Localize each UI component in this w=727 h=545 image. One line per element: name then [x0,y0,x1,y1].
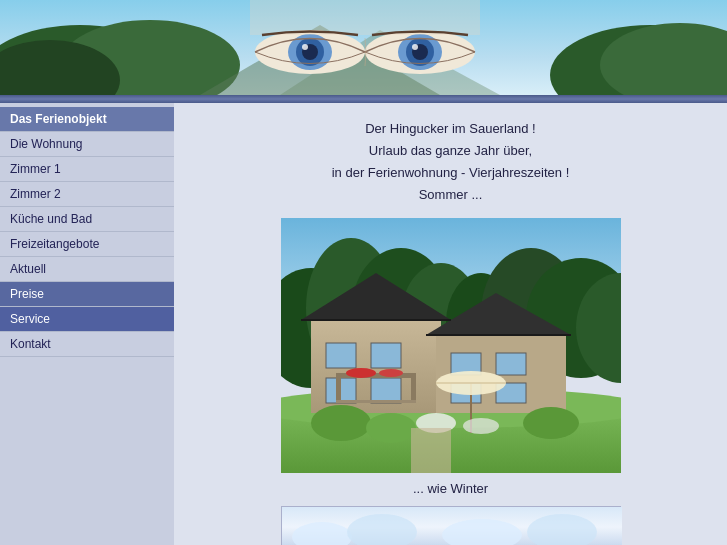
sidebar-item-freizeitangebote[interactable]: Freizeitangebote [0,232,174,257]
winter-strip-svg [282,507,622,545]
header-svg [0,0,727,95]
svg-rect-47 [496,353,526,375]
header-divider [0,95,727,103]
svg-rect-42 [411,373,416,403]
house-image [281,218,621,473]
svg-rect-43 [336,400,416,403]
svg-rect-37 [371,343,401,368]
sidebar-item-zimmer-1[interactable]: Zimmer 1 [0,157,174,182]
svg-point-44 [346,368,376,378]
house-photo-svg [281,218,621,473]
sidebar-item-zimmer-2[interactable]: Zimmer 2 [0,182,174,207]
svg-point-55 [523,407,579,439]
photo-caption: ... wie Winter [413,481,488,496]
svg-point-54 [366,413,416,443]
sidebar-item-aktuell[interactable]: Aktuell [0,257,174,282]
svg-point-57 [463,418,499,434]
sidebar: Das Ferienobjekt Die Wohnung Zimmer 1 Zi… [0,103,174,545]
svg-point-45 [379,369,403,377]
svg-rect-58 [411,428,451,473]
svg-rect-41 [336,373,341,403]
sidebar-item-kontakt[interactable]: Kontakt [0,332,174,357]
content-area: Der Hingucker im Sauerland ! Urlaub das … [174,103,727,545]
intro-text: Der Hingucker im Sauerland ! Urlaub das … [332,118,570,206]
sidebar-item-kueche-und-bad[interactable]: Küche und Bad [0,207,174,232]
svg-point-53 [311,405,371,441]
svg-rect-18 [250,0,480,35]
svg-point-17 [412,44,418,50]
sidebar-item-die-wohnung[interactable]: Die Wohnung [0,132,174,157]
header-banner [0,0,727,95]
svg-rect-39 [371,378,401,403]
sidebar-item-das-ferienobjekt[interactable]: Das Ferienobjekt [0,107,174,132]
svg-point-12 [302,44,308,50]
svg-rect-36 [326,343,356,368]
winter-image-strip [281,506,621,545]
main-layout: Das Ferienobjekt Die Wohnung Zimmer 1 Zi… [0,103,727,545]
sidebar-item-preise[interactable]: Preise [0,282,174,307]
sidebar-item-service[interactable]: Service [0,307,174,332]
